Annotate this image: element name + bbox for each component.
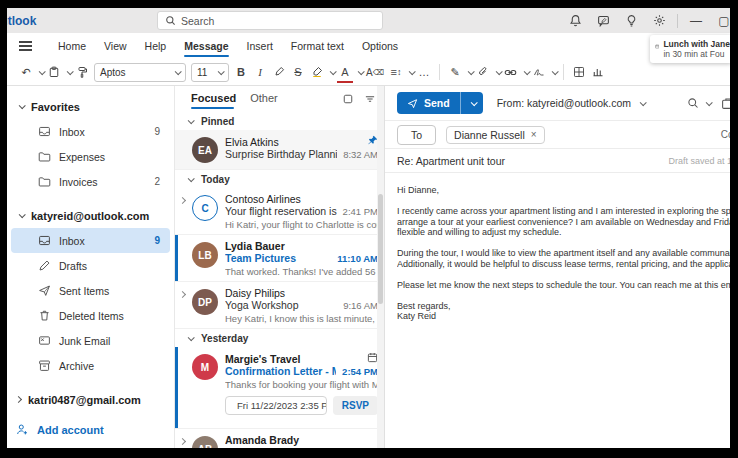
more-formatting-button[interactable]: … xyxy=(415,62,433,82)
title-bar: Outlook Search — ▢ xyxy=(7,8,730,33)
email-item-amanda-brady[interactable]: AB Amanda Brady Apartment Parking Spot O… xyxy=(175,429,384,448)
undo-button[interactable]: ↶ xyxy=(17,62,35,82)
sidebar-item-inbox[interactable]: Inbox 9 xyxy=(11,228,170,253)
remove-recipient-icon[interactable]: × xyxy=(531,129,537,140)
body-line xyxy=(397,290,730,301)
insert-table-button[interactable] xyxy=(570,62,588,82)
group-header-yesterday[interactable]: Yesterday xyxy=(175,329,384,347)
tab-home[interactable]: Home xyxy=(49,35,95,57)
expand-thread-icon[interactable] xyxy=(179,197,186,204)
email-item-daisy-philips[interactable]: DP Daisy Philips Yoga Workshop 9:16 AM H… xyxy=(175,282,384,329)
expand-thread-icon[interactable] xyxy=(179,291,186,298)
search-placeholder: Search xyxy=(181,15,214,27)
tab-message[interactable]: Message xyxy=(175,35,237,57)
email-item-lydia-bauer[interactable]: LB Lydia Bauer Team Pictures 11:10 AM Th… xyxy=(175,235,384,282)
body-line: flexible and willing to adjust my schedu… xyxy=(397,227,730,238)
send-options-dropdown[interactable] xyxy=(460,92,483,114)
open-in-new-window-icon[interactable] xyxy=(721,97,730,110)
sidebar-item-junk-email[interactable]: Junk Email xyxy=(11,328,170,353)
highlight-button[interactable] xyxy=(308,62,326,82)
message-list-scrollbar[interactable] xyxy=(377,86,384,448)
table-icon xyxy=(573,66,585,78)
drafts-icon xyxy=(38,259,51,272)
sidebar-item-invoices[interactable]: Invoices 2 xyxy=(11,169,170,194)
select-messages-icon[interactable] xyxy=(342,93,354,105)
subject-row[interactable]: Re: Apartment unit tour Draft saved at 1 xyxy=(385,148,730,173)
account-gmail-header[interactable]: katri0487@gmail.com xyxy=(7,387,174,412)
format-painter-button[interactable] xyxy=(73,62,91,82)
chart-icon xyxy=(592,66,604,78)
search-input[interactable]: Search xyxy=(157,11,383,30)
expand-thread-icon[interactable] xyxy=(179,438,186,445)
inbox-icon xyxy=(38,234,51,247)
feedback-button[interactable] xyxy=(589,8,617,33)
line-spacing-button[interactable]: ≡↕ xyxy=(387,62,405,82)
from-selector[interactable]: From: katyreid@outlook.com xyxy=(497,97,645,109)
meeting-chip[interactable]: Fri 11/22/2023 2:35 PM - ... xyxy=(225,396,327,415)
font-size-select[interactable]: 11 xyxy=(191,63,229,82)
cc-button[interactable]: Cc xyxy=(721,129,730,140)
sidebar-item-expenses[interactable]: Expenses xyxy=(11,144,170,169)
font-name-select[interactable]: Aptos xyxy=(94,63,186,82)
favorites-section-header[interactable]: Favorites xyxy=(7,94,174,119)
filter-icon[interactable] xyxy=(364,93,376,105)
tab-insert[interactable]: Insert xyxy=(238,35,282,57)
add-account-button[interactable]: Add account xyxy=(7,417,174,442)
sidebar-item-archive[interactable]: Archive xyxy=(11,353,170,378)
font-color-button[interactable]: A xyxy=(336,62,354,82)
email-sender: Lydia Bauer xyxy=(225,240,378,252)
group-header-pinned[interactable]: Pinned xyxy=(175,112,384,130)
underline-button[interactable] xyxy=(270,62,288,82)
sidebar-item-deleted-items[interactable]: Deleted Items xyxy=(11,303,170,328)
rsvp-button[interactable]: RSVP xyxy=(333,396,378,415)
italic-button[interactable]: I xyxy=(251,62,269,82)
sidebar-item-inbox-favorites[interactable]: Inbox 9 xyxy=(11,119,170,144)
tab-other[interactable]: Other xyxy=(250,88,278,110)
to-button[interactable]: To xyxy=(397,125,436,145)
editor-pen-button[interactable]: ✎ xyxy=(446,62,464,82)
tab-view[interactable]: View xyxy=(95,35,136,57)
email-sender: Amanda Brady xyxy=(225,434,378,446)
meeting-reminder-toast[interactable]: Lunch with Jane in 30 min at Fou xyxy=(650,35,730,63)
email-item-elvia-atkins[interactable]: EA Elvia Atkins Surprise Birthday Planni… xyxy=(175,130,384,170)
folder-sidebar: Favorites Inbox 9 Expenses Invoices 2 ka… xyxy=(7,86,175,448)
sidebar-item-sent-items[interactable]: Sent Items xyxy=(11,278,170,303)
signature-dropdown-icon[interactable] xyxy=(552,68,559,75)
zoom-control[interactable] xyxy=(687,97,711,109)
settings-button[interactable] xyxy=(645,8,673,33)
strikethrough-button[interactable]: S xyxy=(289,62,307,82)
sidebar-item-drafts[interactable]: Drafts xyxy=(11,253,170,278)
email-item-margies-travel[interactable]: M Margie's Travel Confirmation Letter - … xyxy=(175,347,384,429)
body-line xyxy=(397,238,730,249)
scrollbar-thumb[interactable] xyxy=(378,194,383,304)
tab-format-text[interactable]: Format text xyxy=(282,35,353,57)
tab-help[interactable]: Help xyxy=(136,35,176,57)
hamburger-menu-button[interactable] xyxy=(19,41,41,51)
recipient-chip[interactable]: Dianne Russell × xyxy=(446,126,544,144)
minimize-button[interactable]: — xyxy=(682,8,710,33)
message-list-pane: Focused Other Pinned EA Elvia Atkins xyxy=(175,86,385,448)
email-subject: Confirmation Letter - MPOWMQ xyxy=(225,365,336,377)
insert-link-button[interactable] xyxy=(502,62,520,82)
email-subject: Surprise Birthday Planning xyxy=(225,148,337,160)
folder-icon xyxy=(38,150,51,163)
bold-button[interactable]: B xyxy=(232,62,250,82)
signature-button[interactable] xyxy=(530,62,548,82)
body-line: Hi Dianne, xyxy=(397,185,730,196)
tips-button[interactable] xyxy=(617,8,645,33)
email-item-contoso-airlines[interactable]: C Contoso Airlines Your flight reservati… xyxy=(175,188,384,235)
group-header-today[interactable]: Today xyxy=(175,170,384,188)
tab-options[interactable]: Options xyxy=(353,35,407,57)
tab-focused[interactable]: Focused xyxy=(191,88,236,110)
message-body-editor[interactable]: Hi Dianne, I recently came across your a… xyxy=(385,173,730,322)
attach-file-button[interactable] xyxy=(474,62,492,82)
account-outlook-header[interactable]: katyreid@outlook.com xyxy=(7,203,174,228)
send-button[interactable]: Send xyxy=(397,92,483,114)
body-line: During the tour, I would like to view th… xyxy=(397,248,730,259)
maximize-button[interactable]: ▢ xyxy=(710,8,730,33)
insert-chart-button[interactable] xyxy=(589,62,607,82)
clear-formatting-button[interactable]: A⌫ xyxy=(364,62,386,82)
notifications-button[interactable] xyxy=(561,8,589,33)
paste-button[interactable] xyxy=(45,62,63,82)
subject-field[interactable]: Re: Apartment unit tour xyxy=(397,155,505,167)
